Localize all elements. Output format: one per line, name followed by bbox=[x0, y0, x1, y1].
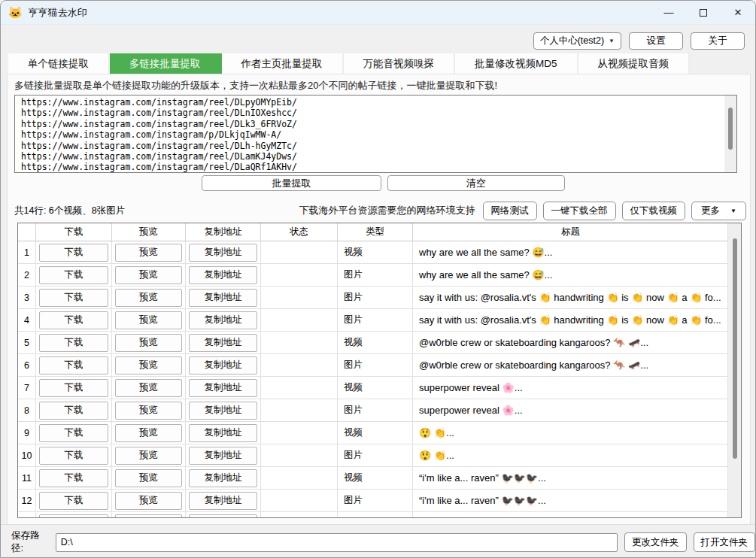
copy-url-button[interactable]: 复制地址 bbox=[189, 244, 257, 262]
more-dropdown[interactable]: 更多 ▼ bbox=[691, 202, 746, 220]
url-input-scrollbar-thumb[interactable] bbox=[728, 108, 733, 150]
app-window: 🐱 亨亨猫去水印 — ✕ 个人中心(test2) ▼ 设置 关于 单个链接提取多… bbox=[0, 0, 756, 558]
status-cell bbox=[261, 241, 338, 263]
copy-url-button[interactable]: 复制地址 bbox=[189, 447, 257, 465]
preview-button[interactable]: 预览 bbox=[115, 334, 182, 352]
row-number: 11 bbox=[18, 467, 36, 489]
preview-button[interactable]: 预览 bbox=[115, 447, 182, 465]
close-button[interactable]: ✕ bbox=[721, 1, 755, 24]
type-cell: 视频 bbox=[338, 241, 413, 263]
tab-item-3[interactable]: 作者主页批量提取 bbox=[222, 53, 344, 74]
download-button[interactable]: 下载 bbox=[39, 447, 108, 465]
header-type: 类型 bbox=[338, 223, 413, 241]
download-button[interactable]: 下载 bbox=[39, 402, 108, 420]
network-test-button[interactable]: 网络测试 bbox=[483, 202, 537, 220]
title-cell: 😲 👏... bbox=[413, 422, 729, 444]
row-number: 4 bbox=[18, 309, 36, 331]
batch-extract-button[interactable]: 批量提取 bbox=[202, 175, 381, 191]
preview-button[interactable]: 预览 bbox=[115, 514, 182, 519]
tab-item-1[interactable]: 单个链接提取 bbox=[8, 53, 110, 74]
maximize-button[interactable] bbox=[686, 1, 721, 24]
settings-button[interactable]: 设置 bbox=[629, 32, 683, 50]
header-copy: 复制地址 bbox=[186, 223, 261, 241]
tab-item-2[interactable]: 多链接批量提取 bbox=[110, 53, 222, 74]
copy-url-button[interactable]: 复制地址 bbox=[189, 492, 257, 510]
preview-button[interactable]: 预览 bbox=[115, 244, 182, 262]
preview-button[interactable]: 预览 bbox=[115, 311, 182, 329]
title-cell: superpower reveal 🌸... bbox=[413, 377, 729, 399]
preview-button[interactable]: 预览 bbox=[115, 424, 182, 442]
save-path-input[interactable] bbox=[56, 533, 618, 552]
copy-url-button[interactable]: 复制地址 bbox=[189, 424, 257, 442]
table-scrollbar-thumb[interactable] bbox=[733, 238, 737, 459]
table-scrollbar[interactable] bbox=[727, 223, 741, 517]
row-number: 7 bbox=[18, 377, 36, 399]
clear-button[interactable]: 清空 bbox=[387, 175, 565, 191]
status-cell bbox=[261, 467, 338, 489]
account-dropdown[interactable]: 个人中心(test2) ▼ bbox=[533, 32, 621, 50]
minimize-button[interactable]: — bbox=[651, 1, 686, 24]
download-button[interactable]: 下载 bbox=[39, 266, 108, 284]
download-button[interactable]: 下载 bbox=[39, 311, 108, 329]
preview-button[interactable]: 预览 bbox=[115, 379, 182, 397]
copy-url-button[interactable]: 复制地址 bbox=[189, 402, 257, 420]
header-title: 标题 bbox=[413, 223, 729, 241]
status-cell bbox=[261, 512, 338, 518]
download-button[interactable]: 下载 bbox=[39, 514, 108, 519]
copy-url-button[interactable]: 复制地址 bbox=[189, 379, 257, 397]
preview-button[interactable]: 预览 bbox=[115, 289, 182, 307]
download-button[interactable]: 下载 bbox=[39, 289, 108, 307]
window-title: 亨亨猫去水印 bbox=[29, 6, 87, 20]
row-number: 10 bbox=[18, 444, 36, 466]
copy-url-button[interactable]: 复制地址 bbox=[189, 514, 257, 519]
copy-url-button[interactable]: 复制地址 bbox=[189, 334, 257, 352]
chevron-down-icon: ▼ bbox=[609, 38, 615, 44]
row-number: 8 bbox=[18, 399, 36, 421]
title-cell: say it with us: @rosalia.vt's 👏 handwrit… bbox=[413, 309, 729, 331]
change-folder-button[interactable]: 更改文件夹 bbox=[624, 532, 687, 552]
status-cell bbox=[261, 354, 338, 376]
download-button[interactable]: 下载 bbox=[39, 244, 108, 262]
type-cell: 视频 bbox=[338, 377, 413, 399]
tab-item-5[interactable]: 批量修改视频MD5 bbox=[455, 53, 578, 74]
download-button[interactable]: 下载 bbox=[39, 379, 108, 397]
download-button[interactable]: 下载 bbox=[39, 469, 108, 487]
title-cell: say it with us: @rosalia.vt's 👏 handwrit… bbox=[413, 287, 729, 308]
download-button[interactable]: 下载 bbox=[39, 492, 108, 510]
preview-button[interactable]: 预览 bbox=[115, 469, 182, 487]
download-button[interactable]: 下载 bbox=[39, 424, 108, 442]
footer-bar: 保存路径: 更改文件夹 打开文件夹 bbox=[1, 531, 755, 553]
copy-url-button[interactable]: 复制地址 bbox=[189, 356, 257, 375]
tab-item-6[interactable]: 从视频提取音频 bbox=[578, 53, 691, 74]
preview-button[interactable]: 预览 bbox=[115, 266, 182, 284]
row-number: 9 bbox=[18, 422, 36, 444]
url-input[interactable]: https://www.instagram.com/instagram/reel… bbox=[14, 95, 737, 173]
tab-item-4[interactable]: 万能音视频嗅探 bbox=[344, 53, 456, 74]
row-number: 5 bbox=[18, 332, 36, 353]
title-cell: superpower reveal 🌸... bbox=[413, 399, 729, 421]
url-input-scrollbar[interactable] bbox=[724, 96, 736, 172]
preview-button[interactable]: 预览 bbox=[115, 356, 182, 375]
copy-url-button[interactable]: 复制地址 bbox=[189, 469, 257, 487]
download-all-button[interactable]: 一键下载全部 bbox=[543, 202, 616, 220]
result-summary: 共14行: 6个视频、8张图片 bbox=[14, 205, 125, 217]
preview-button[interactable]: 预览 bbox=[115, 402, 182, 420]
row-number: 2 bbox=[18, 264, 36, 286]
status-cell bbox=[261, 332, 338, 353]
title-cell: why are we all the same? 😅... bbox=[413, 264, 729, 286]
open-folder-button[interactable]: 打开文件夹 bbox=[694, 532, 756, 552]
table-row: 10 下载 预览 复制地址 图片 😲 👏... bbox=[18, 444, 729, 467]
copy-url-button[interactable]: 复制地址 bbox=[189, 266, 257, 284]
download-button[interactable]: 下载 bbox=[39, 334, 108, 352]
type-cell: 视频 bbox=[338, 467, 413, 489]
download-button[interactable]: 下载 bbox=[39, 356, 108, 375]
type-cell: 视频 bbox=[338, 332, 413, 353]
preview-button[interactable]: 预览 bbox=[115, 492, 182, 510]
download-videos-only-button[interactable]: 仅下载视频 bbox=[622, 202, 686, 220]
about-button[interactable]: 关于 bbox=[691, 32, 745, 50]
copy-url-button[interactable]: 复制地址 bbox=[189, 311, 257, 329]
copy-url-button[interactable]: 复制地址 bbox=[189, 289, 257, 307]
table-row: 5 下载 预览 复制地址 视频 @w0rble crew or skateboa… bbox=[18, 332, 729, 354]
type-cell: 图片 bbox=[338, 399, 413, 421]
title-cell: 😲 👏... bbox=[413, 444, 729, 466]
